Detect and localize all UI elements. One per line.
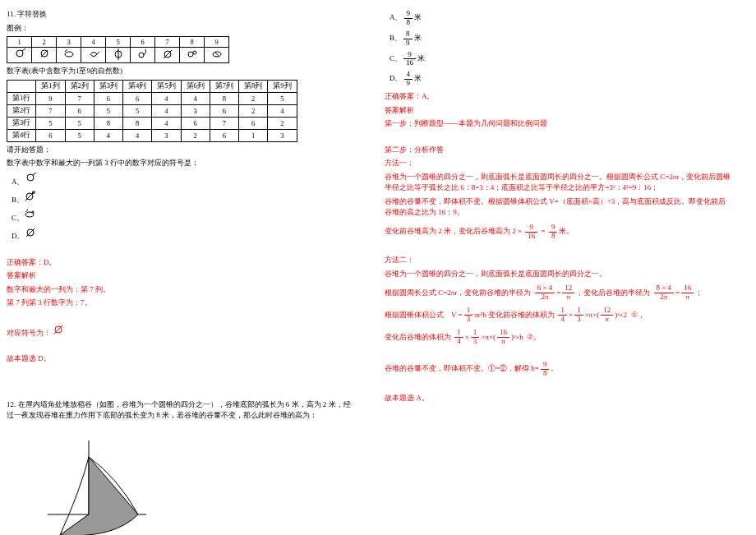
- svg-point-13: [193, 51, 196, 54]
- svg-line-17: [33, 173, 36, 175]
- option-a-symbol-icon: [25, 173, 36, 184]
- symbol-6-icon: [137, 48, 149, 60]
- table-caption: 数字表(表中含数字为1至9的自然数): [7, 66, 355, 77]
- svg-line-21: [25, 210, 28, 212]
- legend-table: 1 2 3 4 5 6 7 8 9: [7, 36, 229, 63]
- right-column: A、98米 B、89米 C、916米 D、49米 正确答案：A。 答案解析 第一…: [378, 0, 740, 413]
- option-a-q12: A、98米: [390, 10, 733, 27]
- table-row: 第4行654432613: [7, 129, 297, 141]
- legend-label: 图例：: [7, 23, 355, 35]
- option-c: C、: [12, 209, 355, 224]
- legend-header-row: 1 2 3 4 5 6 7 8 9: [7, 37, 229, 48]
- final-conclusion: 故本题选 A。: [385, 393, 733, 404]
- svg-line-1: [22, 48, 25, 51]
- table-row: 第3行558846762: [7, 117, 297, 129]
- final-eq: 谷堆的谷量不变，即体积不变。①=②，解得 h= 98 。: [385, 361, 558, 378]
- option-d-symbol-icon: [25, 227, 36, 238]
- analysis-symbol: 对应符号为：: [7, 324, 355, 339]
- left-column: 11. 字符替换 图例： 1 2 3 4 5 6 7 8 9 数字表(表中含数字…: [0, 0, 362, 535]
- correct-answer-q12: 正确答案：A。: [385, 91, 733, 103]
- analysis-conclusion: 故本题选 D。: [7, 353, 355, 365]
- table-row: 第2行765543624: [7, 104, 297, 117]
- symbol-9-icon: [211, 48, 223, 60]
- option-b-symbol-icon: [24, 191, 35, 202]
- option-b: B、: [12, 191, 355, 205]
- cone-formula: 根据圆锥体积公式 V = 13 πr²h: [385, 307, 486, 324]
- m1-line1: 谷堆为一个圆锥的四分之一，则底面弧长是底面圆周长的四分之一。根据圆周长公式 C=…: [385, 172, 733, 194]
- step2: 第二步：分析作答: [385, 145, 733, 156]
- symbol-7-icon: [162, 48, 173, 60]
- option-c-q12: C、916米: [390, 51, 733, 68]
- volume-after: 变化后谷堆的体积为 14 × 13 × π × (16π)² × h ② 。: [385, 329, 541, 346]
- step1: 第一步：判断题型------本题为几何问题和比例问题: [385, 118, 733, 130]
- option-b-q12: B、89米: [390, 30, 733, 48]
- svg-line-5: [65, 49, 67, 52]
- option-c-symbol-icon: [24, 209, 35, 220]
- option-d: D、: [12, 227, 355, 242]
- symbol-3-icon: [63, 48, 75, 60]
- m1-line2: 谷堆的谷量不变，即体积不变。根据圆锥体积公式 V=（底面积×高）÷3，高与底面积…: [385, 196, 733, 219]
- answer-symbol-icon: [53, 324, 64, 335]
- method1-label: 方法一：: [385, 158, 733, 169]
- analysis-label: 答案解析: [7, 270, 355, 282]
- m1-equation: 变化前谷堆高为 2 米，变化后谷堆高为 2 × 916 = 98 米。: [385, 224, 574, 241]
- volume-before: 变化前谷堆的体积为 14 × 13 × π × (12π)² × 2 ① ，: [488, 307, 644, 324]
- begin-text: 请开始答题：: [7, 145, 355, 156]
- legend-symbol-row: [7, 48, 229, 63]
- svg-point-12: [188, 52, 193, 57]
- svg-line-6: [97, 52, 99, 54]
- q11-title: 11. 字符替换: [7, 9, 355, 21]
- number-table: 第1列 第2列 第3列 第4列 第5列 第6列 第7列 第8列 第9列 第1行9…: [7, 80, 297, 142]
- q12-text: 12. 在屋内墙角处堆放稻谷（如图，谷堆为一个圆锥的四分之一），谷堆底部的弧长为…: [7, 399, 355, 422]
- method2-label: 方法二：: [385, 255, 733, 266]
- correct-answer: 正确答案：D。: [7, 257, 355, 269]
- svg-point-22: [32, 211, 34, 213]
- symbol-1-icon: [14, 48, 25, 60]
- analysis-line: 第 7 列第 3 行数字为：7。: [7, 297, 355, 309]
- symbol-4-icon: [88, 48, 99, 60]
- option-a: A、: [12, 173, 355, 187]
- symbol-2-icon: [39, 48, 50, 60]
- analysis-line: 数字和最大的一列为：第 7 列。: [7, 284, 355, 296]
- symbol-5-icon: [113, 48, 124, 60]
- svg-point-9: [139, 53, 144, 58]
- num-header: 第1列 第2列 第3列 第4列 第5列 第6列 第7列 第8列 第9列: [7, 80, 297, 92]
- m2-line1: 谷堆为一个圆锥的四分之一，则底面弧长是底面圆周长的四分之一。: [385, 269, 733, 280]
- table-row: 第1行976644825: [7, 92, 297, 104]
- svg-point-4: [65, 52, 73, 57]
- svg-line-15: [214, 52, 219, 57]
- option-d-q12: D、49米: [390, 71, 733, 88]
- symbol-8-icon: [187, 48, 198, 60]
- svg-point-16: [27, 174, 34, 181]
- m2-radius-eq: 根据圆周长公式 C=2πr，变化前谷堆的半径为 6 × 42π = 12π ，变…: [385, 284, 703, 302]
- cone-quarter-icon: [39, 432, 187, 536]
- analysis-label-q12: 答案解析: [385, 105, 733, 117]
- svg-point-0: [16, 50, 23, 57]
- question-text: 数字表中数字和最大的一列第 3 行中的数字对应的符号是：: [7, 158, 355, 169]
